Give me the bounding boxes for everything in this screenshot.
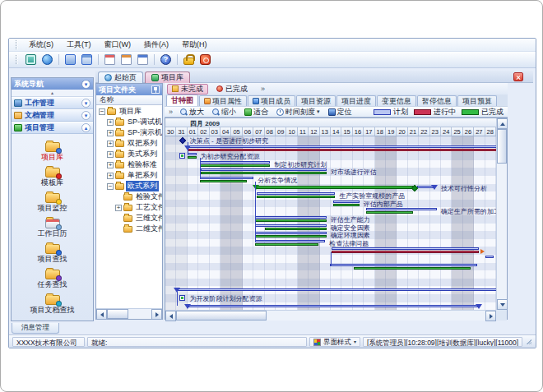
tree-node[interactable]: +美式系列 — [96, 149, 162, 159]
sidebar-header[interactable]: 系统导航 ▾ — [12, 78, 93, 90]
tree-node[interactable]: 二维文件 — [96, 224, 162, 234]
expand-icon[interactable]: + — [107, 130, 114, 136]
more-options-icon[interactable]: » — [166, 108, 175, 116]
gantt-horizontal-scrollbar[interactable] — [165, 310, 496, 321]
expand-icon[interactable]: + — [107, 173, 114, 179]
expand-icon[interactable]: + — [115, 205, 122, 211]
gantt-tab[interactable]: 项目预算 — [457, 95, 497, 106]
task-bar-completed[interactable] — [255, 243, 319, 246]
close-icon[interactable] — [513, 72, 523, 81]
task-bar-plan[interactable] — [485, 256, 494, 258]
task-bar-plan[interactable] — [333, 201, 360, 203]
tree-node[interactable]: +SP-演示机系 — [96, 127, 162, 138]
gantt-tab[interactable]: 项目进度 — [336, 95, 376, 106]
day-cell[interactable]: 08 — [265, 127, 276, 136]
tree-node[interactable]: 三维文件 — [96, 213, 162, 224]
chevron-up-icon[interactable]: ▴ — [81, 123, 90, 132]
task-bar-in-progress[interactable] — [188, 149, 496, 151]
day-cell[interactable]: 07 — [253, 127, 264, 136]
expand-icon[interactable]: + — [107, 151, 114, 158]
tree-node[interactable]: −项目库 — [96, 106, 162, 117]
task-bar-plan[interactable] — [188, 153, 197, 155]
task-bar-completed[interactable] — [257, 196, 335, 198]
day-cell[interactable]: 14 — [331, 127, 341, 136]
task-bar-plan[interactable] — [332, 247, 478, 250]
tree-node[interactable]: +工艺文件 — [96, 202, 162, 213]
task-bar-completed[interactable] — [255, 235, 327, 238]
filter-button[interactable]: 已完成 — [211, 84, 253, 95]
sidebar-item[interactable]: 项目文档查找 — [12, 293, 93, 314]
task-bar-completed[interactable] — [366, 211, 414, 214]
day-cell[interactable]: 24 — [441, 127, 452, 136]
day-cell[interactable]: 11 — [298, 127, 309, 136]
expand-icon[interactable]: + — [107, 162, 114, 168]
calendar-button[interactable] — [103, 53, 117, 67]
day-cell[interactable]: 04 — [220, 127, 231, 136]
task-bar-plan[interactable] — [257, 192, 335, 195]
toolbar-grip[interactable] — [16, 55, 18, 64]
monitor-button[interactable] — [24, 53, 38, 67]
gantt-tab[interactable]: 甘特图 — [166, 95, 198, 106]
gantt-toolbar-button[interactable]: 缩小 — [209, 107, 239, 118]
tree-node[interactable]: +双把系列 — [96, 138, 162, 149]
chevron-down-icon[interactable]: ▾ — [81, 111, 90, 120]
scroll-left-icon[interactable] — [165, 311, 176, 321]
collapse-icon[interactable]: − — [99, 108, 105, 115]
folder-blue-button[interactable] — [63, 53, 77, 67]
calendar-edit-button[interactable] — [119, 53, 133, 67]
task-bar-plan[interactable] — [330, 264, 478, 266]
sidebar-section[interactable]: 文档管理▾ — [12, 109, 93, 122]
task-bar-completed[interactable] — [333, 204, 360, 206]
task-bar-completed[interactable] — [265, 228, 327, 230]
day-cell[interactable]: 26 — [463, 127, 474, 136]
gantt-tab[interactable]: 变更信息 — [377, 95, 416, 106]
sidebar-item[interactable]: 项目库 — [12, 140, 93, 161]
day-cell[interactable]: 03 — [210, 127, 220, 136]
task-bar-completed[interactable] — [200, 164, 271, 167]
scroll-left-icon[interactable] — [96, 309, 107, 320]
day-cell[interactable]: 15 — [341, 127, 352, 136]
tree-node[interactable]: 检验文件 — [96, 191, 162, 202]
gantt-toolbar-button[interactable]: 放大 — [177, 107, 207, 118]
scrollbar-thumb[interactable] — [176, 311, 267, 321]
document-tab[interactable]: 起始页 — [98, 71, 143, 83]
day-cell[interactable]: 20 — [397, 127, 407, 136]
scrollbar-thumb[interactable] — [497, 129, 507, 164]
folder-view-button[interactable] — [80, 53, 94, 67]
tree-node[interactable]: −欧式系列 — [96, 181, 162, 191]
day-cell[interactable]: 30 — [165, 127, 176, 136]
menu-item[interactable]: 帮助(H) — [176, 39, 213, 51]
gantt-toolbar-button[interactable]: 时间刻度▾ — [273, 107, 323, 118]
task-bar-completed[interactable] — [200, 180, 248, 182]
gantt-tab[interactable]: 项目资源 — [296, 95, 336, 106]
gantt-tab[interactable]: 项目成员 — [248, 95, 295, 106]
day-cell[interactable]: 31 — [176, 127, 187, 136]
toolbar-grip[interactable] — [16, 40, 18, 49]
summary-bar-completed[interactable] — [256, 186, 414, 189]
gantt-vertical-scrollbar[interactable] — [496, 118, 507, 310]
day-cell[interactable]: 17 — [364, 127, 374, 136]
filter-button[interactable]: 未完成 — [167, 84, 208, 95]
day-cell[interactable]: 18 — [375, 127, 386, 136]
summary-bar-plan[interactable] — [188, 305, 479, 307]
menu-item[interactable]: 插件(A) — [138, 39, 174, 51]
resize-grip[interactable] — [525, 338, 532, 345]
gantt-toolbar-button[interactable]: 适合 — [241, 107, 272, 118]
day-cell[interactable]: 23 — [430, 127, 441, 136]
tree-node[interactable]: +SP-调试机系 — [96, 117, 162, 127]
task-bar-plan[interactable] — [366, 208, 437, 210]
day-cell[interactable]: 21 — [408, 127, 419, 136]
power-button[interactable] — [198, 53, 212, 67]
scroll-right-icon[interactable] — [151, 309, 162, 320]
calendar-report-button[interactable] — [136, 53, 150, 67]
more-options-icon[interactable]: » — [261, 85, 265, 93]
task-bar-plan[interactable] — [201, 168, 327, 171]
menu-item[interactable]: 工具(T) — [61, 39, 97, 51]
gantt-toolbar-button[interactable]: 定位 — [325, 107, 355, 118]
day-cell[interactable]: 27 — [474, 127, 485, 136]
help-button[interactable] — [159, 53, 173, 67]
day-cell[interactable]: 16 — [353, 127, 364, 136]
day-cell[interactable]: 09 — [276, 127, 286, 136]
pin-icon[interactable] — [151, 85, 160, 94]
tree-column-header[interactable]: 名称 — [96, 95, 162, 105]
